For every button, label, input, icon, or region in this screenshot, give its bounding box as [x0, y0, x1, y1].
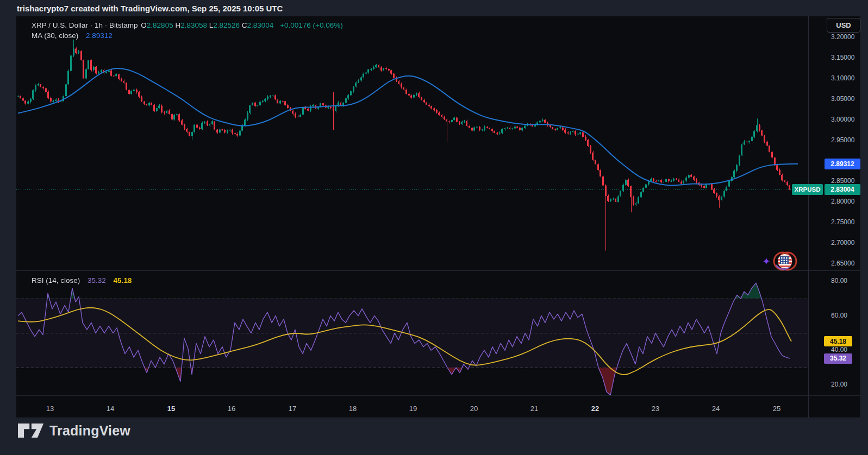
- ohlc-key: H: [173, 21, 181, 29]
- ma-label: MA (30, close): [32, 31, 78, 40]
- time-axis-border: [16, 395, 861, 396]
- rsi-axis-label: 80.00: [831, 277, 847, 285]
- time-axis-label: 18: [349, 405, 357, 413]
- price-axis-label: 3.15000: [831, 54, 854, 61]
- panel-bottom-border: [16, 418, 861, 418]
- time-axis-label: 20: [470, 405, 478, 413]
- ohlc-val: 2.82526: [213, 21, 240, 29]
- price-axis-label: 2.65000: [831, 260, 854, 267]
- currency-toggle-button[interactable]: USD: [827, 18, 860, 33]
- time-axis-label: 21: [530, 405, 538, 413]
- last-price-symbol-badge: XRPUSD: [792, 184, 823, 195]
- last-price-badge: 2.83004: [825, 184, 860, 195]
- ma-price-badge: 2.89312: [825, 159, 860, 169]
- time-axis-label: 25: [773, 405, 780, 413]
- change-value: +0.00176 (+0.06%): [280, 21, 343, 29]
- price-axis-label: 2.75000: [831, 218, 854, 226]
- time-axis-label: 23: [652, 405, 659, 413]
- rsi-value: 35.32: [88, 276, 106, 285]
- price-axis-label: 3.00000: [831, 116, 854, 123]
- tradingview-chart-screenshot: trishacrypto7 created with TradingView.c…: [0, 0, 868, 455]
- tradingview-logo[interactable]: TradingView: [18, 423, 130, 439]
- time-axis-label: 19: [409, 405, 417, 413]
- price-axis-border: [808, 16, 809, 418]
- ohlc-val: 2.83004: [247, 21, 274, 29]
- time-axis-label: 24: [712, 405, 720, 413]
- ohlc-values: O2.82805 H2.83058 L2.82526 C2.83004: [141, 21, 273, 29]
- tradingview-brand-text: TradingView: [49, 423, 130, 439]
- price-axis-label: 2.70000: [831, 239, 854, 247]
- ohlc-key: C: [240, 21, 247, 29]
- tradingview-logo-icon: [18, 423, 44, 439]
- rsi-axis-label: 60.00: [831, 312, 847, 319]
- attribution-text: trishacrypto7 created with TradingView.c…: [17, 4, 283, 13]
- price-axis-label: 3.10000: [831, 74, 854, 82]
- rsi-legend[interactable]: RSI (14, close) 35.32 45.18: [32, 276, 132, 285]
- flag-watermark[interactable]: ✦: [762, 249, 799, 274]
- rsi-axis-label: 20.00: [831, 381, 847, 388]
- price-axis-label: 2.95000: [831, 136, 854, 144]
- price-axis-label: 3.20000: [831, 33, 854, 41]
- ohlc-key: L: [207, 21, 213, 29]
- ohlc-val: 2.83058: [180, 21, 207, 29]
- rsi-label: RSI (14, close): [32, 276, 80, 285]
- ma-value: 2.89312: [86, 31, 113, 40]
- symbol-title: XRP / U.S. Dollar · 1h · Bitstamp: [32, 21, 138, 29]
- price-axis-label: 2.85000: [831, 177, 854, 185]
- sparkle-icon: ✦: [762, 255, 771, 268]
- ohlc-val: 2.82805: [147, 21, 173, 29]
- ma-legend[interactable]: MA (30, close) 2.89312: [32, 31, 113, 40]
- time-axis-label: 17: [289, 405, 296, 413]
- rsi-ma-badge: 45.18: [824, 336, 852, 346]
- price-axis-label: 2.80000: [831, 198, 854, 205]
- time-axis-label: 14: [107, 405, 114, 413]
- pane-separator[interactable]: [16, 270, 861, 271]
- rsi-axis-label: 40.00: [831, 346, 847, 353]
- price-chart-canvas[interactable]: [16, 16, 808, 270]
- time-axis-label: 15: [167, 405, 175, 413]
- price-axis-label: 3.05000: [831, 95, 854, 103]
- panel-right-border: [860, 16, 861, 418]
- time-axis-label: 16: [228, 405, 235, 413]
- rsi-indicator-canvas[interactable]: [16, 271, 808, 395]
- rsi-value-badge: 35.32: [824, 353, 852, 364]
- time-axis-label: 22: [591, 405, 599, 413]
- time-axis-label: 13: [46, 405, 54, 413]
- symbol-legend[interactable]: XRP / U.S. Dollar · 1h · Bitstamp O2.828…: [32, 21, 343, 29]
- ohlc-key: O: [141, 21, 147, 29]
- rsi-ma-value: 45.18: [114, 276, 132, 285]
